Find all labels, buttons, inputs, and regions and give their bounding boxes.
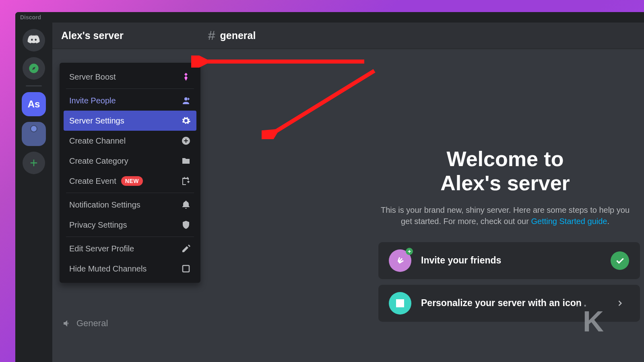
menu-divider xyxy=(66,237,194,237)
welcome-sub-suffix: . xyxy=(607,217,609,226)
menu-label: Create Channel xyxy=(69,136,126,146)
menu-label: Server Boost xyxy=(69,72,116,82)
add-server-button[interactable] xyxy=(23,152,45,174)
voice-channel-general[interactable]: General xyxy=(62,318,108,329)
server-icon-secondary[interactable] xyxy=(22,122,46,146)
gear-icon xyxy=(181,116,191,125)
compass-icon xyxy=(28,63,39,74)
app-frame: Discord As Alex's xyxy=(15,12,644,362)
header-bar: Alex's server # general xyxy=(52,23,644,49)
getting-started-link[interactable]: Getting Started guide xyxy=(531,217,607,226)
server-initials: As xyxy=(28,99,40,110)
new-badge: NEW xyxy=(121,176,143,186)
step-status-next xyxy=(610,294,630,313)
server-name-dropdown[interactable]: Alex's server xyxy=(61,30,124,41)
invite-friends-icon: + xyxy=(389,249,411,272)
menu-item-privacy-settings[interactable]: Privacy Settings xyxy=(64,215,196,235)
calendar-plus-icon xyxy=(181,176,191,186)
menu-item-create-category[interactable]: Create Category xyxy=(64,151,196,171)
boost-icon xyxy=(181,72,191,82)
menu-label: Server Settings xyxy=(69,116,124,125)
server-dot-icon xyxy=(30,125,37,132)
menu-item-server-boost[interactable]: Server Boost xyxy=(64,67,196,87)
step-status-done xyxy=(610,251,630,270)
pencil-icon xyxy=(181,244,191,253)
annotation-arrow-1 xyxy=(191,56,368,68)
welcome-panel: Welcome to Alex's server This is your br… xyxy=(370,147,644,327)
plus-circle-icon xyxy=(181,136,191,146)
menu-item-notification-settings[interactable]: Notification Settings xyxy=(64,195,196,215)
menu-item-create-event[interactable]: Create Event NEW xyxy=(64,171,196,191)
titlebar-app-name: Discord xyxy=(20,14,41,21)
plus-icon xyxy=(28,157,39,169)
folder-plus-icon xyxy=(181,156,191,166)
titlebar: Discord xyxy=(15,12,644,23)
menu-item-create-channel[interactable]: Create Channel xyxy=(64,131,196,151)
menu-label: Privacy Settings xyxy=(69,220,127,230)
menu-label: Hide Muted Channels xyxy=(69,264,147,274)
bell-icon xyxy=(181,200,191,210)
menu-label: Create Category xyxy=(69,156,128,166)
speaker-icon xyxy=(62,319,72,328)
menu-item-server-settings[interactable]: Server Settings xyxy=(64,111,196,131)
step-label: Invite your friends xyxy=(421,255,601,266)
step-invite-friends[interactable]: + Invite your friends xyxy=(378,242,640,279)
channel-name-label: general xyxy=(220,30,256,41)
welcome-subtitle: This is your brand new, shiny server. He… xyxy=(370,204,640,227)
menu-item-hide-muted-channels[interactable]: Hide Muted Channels xyxy=(64,259,196,279)
plus-badge-icon: + xyxy=(406,248,413,255)
personalize-server-icon xyxy=(389,292,411,315)
content-column: Alex's server # general Server Boost Inv xyxy=(52,23,644,362)
voice-channel-label: General xyxy=(76,318,108,329)
watermark: ∙∙ K xyxy=(583,305,604,338)
server-icon-active[interactable]: As xyxy=(22,92,46,116)
welcome-title-line2: Alex's server xyxy=(370,171,640,195)
explore-servers-button[interactable] xyxy=(23,57,45,80)
welcome-title-line1: Welcome to xyxy=(370,147,640,171)
square-icon xyxy=(181,264,191,274)
main-area: As Alex's server # general xyxy=(15,23,644,362)
menu-item-edit-server-profile[interactable]: Edit Server Profile xyxy=(64,239,196,259)
menu-label: Create Event xyxy=(69,177,116,186)
shield-icon xyxy=(181,220,191,230)
svg-line-3 xyxy=(270,71,374,135)
image-icon xyxy=(394,297,406,309)
chevron-right-icon xyxy=(616,299,624,307)
server-name-label: Alex's server xyxy=(61,30,124,41)
menu-label: Invite People xyxy=(69,96,116,105)
channel-header: # general xyxy=(208,28,256,43)
watermark-dots: ∙∙ xyxy=(576,299,592,312)
invite-person-icon xyxy=(181,96,191,105)
svg-rect-1 xyxy=(183,265,189,272)
step-label: Personalize your server with an icon xyxy=(421,298,601,309)
discord-logo-icon xyxy=(27,33,41,47)
check-circle-icon xyxy=(611,251,629,270)
menu-item-invite-people[interactable]: Invite People xyxy=(64,90,196,111)
wave-hand-icon xyxy=(394,255,406,267)
hash-icon: # xyxy=(208,28,215,43)
home-button[interactable] xyxy=(23,29,45,51)
menu-divider xyxy=(66,193,194,193)
menu-label: Notification Settings xyxy=(69,200,140,210)
rail-divider xyxy=(26,85,42,86)
server-rail: As xyxy=(15,23,52,362)
server-dropdown-menu: Server Boost Invite People Server Settin… xyxy=(60,63,200,283)
welcome-title: Welcome to Alex's server xyxy=(370,147,640,195)
menu-divider xyxy=(66,88,194,89)
menu-label: Edit Server Profile xyxy=(69,244,134,253)
annotation-arrow-2 xyxy=(262,67,378,139)
